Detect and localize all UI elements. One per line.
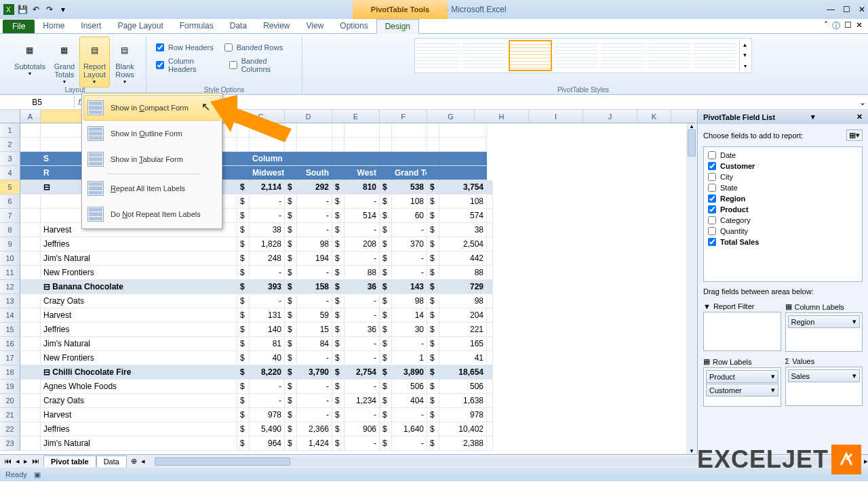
cell[interactable]: Column Labels ▾ [250,152,285,166]
tab-view[interactable]: View [298,19,332,34]
field-list[interactable]: DateCustomerCityStateRegionProductCatego… [703,146,863,282]
col-header[interactable]: H [475,110,529,123]
cell[interactable]: $ [285,180,297,195]
cell[interactable] [20,408,41,422]
style-swatch[interactable] [647,40,690,71]
field-city[interactable]: City [707,171,859,182]
cell[interactable] [439,138,487,152]
report-filter-area[interactable] [703,312,781,351]
report-layout-button[interactable]: ▤Report Layout▾ [79,37,110,87]
cell[interactable] [392,123,427,138]
cell[interactable]: 38 [250,223,285,237]
cell[interactable]: Midwest [250,166,285,180]
cell[interactable]: Agnes Whole Foods [41,380,237,394]
cell[interactable] [439,166,487,180]
repeat-item-labels[interactable]: Repeat All Item Labels [83,176,220,201]
cell[interactable]: $ [237,251,250,266]
cell[interactable]: $ [427,251,439,266]
cell[interactable]: $ [237,422,250,436]
tab-data[interactable]: Data [222,19,255,34]
cell[interactable]: $ [427,365,439,380]
cell[interactable]: 165 [439,337,487,351]
cell[interactable]: 729 [439,280,487,294]
cell[interactable] [380,166,392,180]
cell[interactable]: 906 [344,422,380,436]
select-all-corner[interactable] [0,110,20,123]
cell[interactable] [487,237,493,251]
cell[interactable]: $ [237,294,250,308]
cell[interactable]: 36 [344,280,380,294]
cell[interactable]: - [392,251,427,266]
cell[interactable]: - [297,380,332,394]
cell[interactable]: 1,424 [297,436,332,451]
cell[interactable]: - [250,380,285,394]
cell[interactable]: $ [285,209,297,223]
cell[interactable] [487,251,493,266]
cell[interactable]: $ [427,180,439,195]
cell[interactable]: South [297,166,332,180]
expand-formula-icon[interactable]: ⌄ [857,98,868,107]
cell[interactable]: 810 [344,180,380,195]
cell[interactable]: 538 [392,180,427,195]
cell[interactable]: - [297,408,332,422]
cell[interactable]: 404 [392,394,427,408]
cell[interactable]: - [392,337,427,351]
cell[interactable]: $ [237,237,250,251]
cell[interactable]: 36 [344,323,380,337]
cell[interactable]: $ [332,308,344,323]
cell[interactable]: - [344,380,380,394]
cell[interactable]: 514 [344,209,380,223]
cell[interactable]: 84 [297,337,332,351]
row-labels-area[interactable]: Product▾Customer▾ [703,367,781,407]
cell[interactable] [20,351,41,365]
column-labels-area[interactable]: Region▾ [785,312,863,352]
row-header[interactable]: 2 [0,138,20,152]
field-total-sales[interactable]: Total Sales [707,237,859,247]
cell[interactable]: $ [237,337,250,351]
cell[interactable]: $ [380,237,392,251]
cell[interactable] [487,223,493,237]
cell[interactable]: Crazy Oats [41,294,237,308]
cell[interactable]: $ [380,351,392,365]
cell[interactable]: 292 [297,180,332,195]
cell[interactable]: $ [332,408,344,422]
first-sheet-icon[interactable]: ⏮ [3,457,13,466]
gallery-up-icon[interactable]: ▲ [740,40,750,50]
do-not-repeat-item-labels[interactable]: Do Not Repeat Item Labels [83,201,220,227]
cell[interactable]: 2,366 [297,422,332,436]
vscroll[interactable]: ▲ ▼ [686,123,697,454]
cell[interactable]: Jeffries [41,422,237,436]
cell[interactable]: 15 [297,323,332,337]
cell[interactable]: $ [285,394,297,408]
cell[interactable]: $ [427,195,439,209]
layout-options-icon[interactable]: ▦▾ [846,129,863,141]
cell[interactable] [20,394,41,408]
gallery-down-icon[interactable]: ▼ [740,50,750,60]
cell[interactable] [392,138,427,152]
banded-columns-checkbox[interactable]: Banded Columns [224,54,298,76]
cell[interactable] [20,294,41,308]
cell[interactable] [487,337,493,351]
cell[interactable] [250,123,285,138]
cell[interactable]: 978 [250,408,285,422]
cell[interactable] [237,152,250,166]
cell[interactable]: $ [332,436,344,451]
gallery-more-icon[interactable]: ▾ [740,61,750,71]
row-header[interactable]: 6 [0,195,20,209]
grand-totals-button[interactable]: ▦Grand Totals▾ [50,37,79,87]
style-swatch[interactable] [601,40,644,71]
values-area[interactable]: Sales▾ [785,367,863,406]
cell[interactable] [439,152,487,166]
cell[interactable]: New Frontiers [41,266,237,280]
prev-sheet-icon[interactable]: ◂ [14,457,21,466]
cell[interactable] [487,394,493,408]
last-sheet-icon[interactable]: ⏭ [31,457,41,466]
name-box[interactable]: B5 [0,96,75,108]
cell[interactable] [380,152,392,166]
cell[interactable] [380,138,392,152]
cell[interactable]: $ [285,280,297,294]
row-header[interactable]: 16 [0,337,20,351]
cell[interactable]: 2,754 [344,365,380,380]
cell[interactable] [20,308,41,323]
chip-customer[interactable]: Customer▾ [706,384,778,396]
